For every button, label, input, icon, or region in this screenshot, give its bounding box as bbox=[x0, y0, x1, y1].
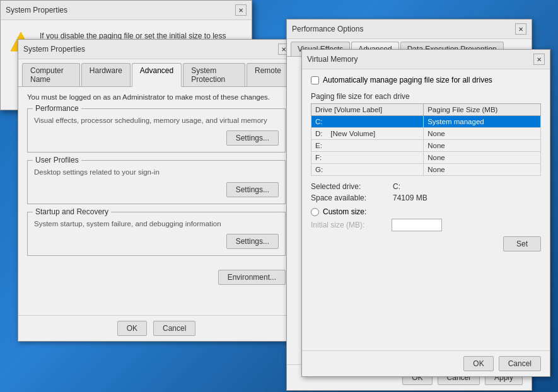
space-available-row: Space available: 74109 MB bbox=[311, 193, 541, 202]
admin-note: You must be logged on as an Administrato… bbox=[27, 93, 286, 101]
paging-size-column-header: Paging File Size (MB) bbox=[424, 104, 541, 116]
alert-titlebar: System Properties ✕ bbox=[1, 1, 252, 20]
system-properties-footer: OK Cancel bbox=[18, 315, 294, 341]
selected-drive-label: Selected drive: bbox=[311, 182, 393, 191]
table-row[interactable]: F: None bbox=[311, 152, 541, 164]
custom-size-radio[interactable] bbox=[311, 208, 319, 216]
user-profiles-settings-button[interactable]: Settings... bbox=[226, 182, 279, 197]
startup-recovery-group-label: Startup and Recovery bbox=[33, 207, 111, 216]
drive-cell: D: [New Volume] bbox=[311, 128, 424, 140]
tab-system-protection[interactable]: System Protection bbox=[183, 63, 245, 86]
startup-recovery-settings-button[interactable]: Settings... bbox=[226, 234, 279, 249]
auto-manage-row: Automatically manage paging file size fo… bbox=[311, 76, 541, 84]
system-properties-titlebar: System Properties ✕ bbox=[18, 40, 294, 59]
virtual-memory-footer: OK Cancel bbox=[302, 350, 550, 376]
system-properties-content: You must be logged on as an Administrato… bbox=[18, 87, 294, 270]
space-available-value: 74109 MB bbox=[393, 193, 427, 202]
tab-remote[interactable]: Remote bbox=[247, 63, 289, 86]
performance-settings-button[interactable]: Settings... bbox=[226, 130, 279, 146]
paging-size-cell: None bbox=[424, 128, 541, 140]
user-profiles-group: User Profiles Desktop settings related t… bbox=[27, 160, 286, 204]
perf-options-titlebar: Performance Options ✕ bbox=[287, 20, 532, 39]
alert-title: System Properties bbox=[6, 6, 67, 14]
paging-size-cell: None bbox=[424, 164, 541, 176]
performance-group-label: Performance bbox=[33, 104, 81, 113]
system-properties-cancel-button[interactable]: Cancel bbox=[153, 321, 195, 336]
drive-cell: G: bbox=[311, 164, 424, 176]
auto-manage-checkbox[interactable] bbox=[311, 76, 319, 84]
tab-hardware[interactable]: Hardware bbox=[81, 63, 131, 86]
table-row[interactable]: G: None bbox=[311, 164, 541, 176]
alert-close-button[interactable]: ✕ bbox=[235, 4, 247, 16]
virtual-memory-close-button[interactable]: ✕ bbox=[533, 54, 545, 65]
perf-options-title: Performance Options bbox=[292, 25, 363, 33]
virtual-memory-title: Virtual Memory bbox=[307, 55, 357, 64]
user-profiles-group-label: User Profiles bbox=[33, 156, 81, 164]
virtual-memory-titlebar: Virtual Memory ✕ bbox=[302, 50, 550, 69]
drive-cell: F: bbox=[311, 152, 424, 164]
table-row[interactable]: D: [New Volume] None bbox=[311, 128, 541, 140]
system-properties-title: System Properties bbox=[23, 45, 85, 54]
drives-table: Drive [Volume Label] Paging File Size (M… bbox=[311, 103, 541, 176]
virtual-memory-content: Automatically manage paging file size fo… bbox=[302, 69, 550, 258]
virtual-memory-window: Virtual Memory ✕ Automatically manage pa… bbox=[301, 49, 550, 377]
auto-manage-label: Automatically manage paging file size fo… bbox=[323, 76, 492, 84]
selected-drive-value: C: bbox=[393, 182, 400, 191]
environment-button[interactable]: Environment... bbox=[218, 270, 286, 285]
virtual-memory-ok-button[interactable]: OK bbox=[463, 356, 493, 371]
tab-advanced[interactable]: Advanced bbox=[132, 63, 182, 87]
virtual-memory-cancel-button[interactable]: Cancel bbox=[499, 356, 541, 371]
startup-recovery-group-text: System startup, system failure, and debu… bbox=[34, 220, 279, 228]
paging-size-cell: None bbox=[424, 152, 541, 164]
drive-cell: C: bbox=[311, 116, 424, 128]
initial-size-input[interactable] bbox=[392, 219, 442, 231]
custom-size-row: Custom size: bbox=[311, 207, 541, 216]
initial-size-label: Initial size (MB): bbox=[311, 221, 387, 229]
performance-group: Performance Visual effects, processor sc… bbox=[27, 108, 286, 153]
initial-size-row: Initial size (MB): bbox=[311, 219, 541, 231]
performance-group-text: Visual effects, processor scheduling, me… bbox=[34, 117, 279, 124]
drive-column-header: Drive [Volume Label] bbox=[311, 104, 424, 116]
custom-size-label: Custom size: bbox=[323, 207, 366, 216]
selected-drive-row: Selected drive: C: bbox=[311, 182, 541, 191]
system-properties-tabs: Computer Name Hardware Advanced System P… bbox=[18, 59, 294, 87]
environment-row: Environment... bbox=[18, 270, 294, 285]
system-properties-window: System Properties ✕ Computer Name Hardwa… bbox=[18, 39, 295, 342]
perf-options-close-button[interactable]: ✕ bbox=[515, 23, 526, 35]
drive-cell: E: bbox=[311, 140, 424, 152]
space-available-label: Space available: bbox=[311, 193, 393, 202]
startup-recovery-group: Startup and Recovery System startup, sys… bbox=[27, 212, 286, 256]
system-properties-ok-button[interactable]: OK bbox=[117, 321, 147, 336]
tab-computer-name[interactable]: Computer Name bbox=[22, 63, 80, 86]
paging-size-cell: System managed bbox=[424, 116, 541, 128]
paging-file-section-label: Paging file size for each drive bbox=[311, 92, 541, 101]
table-row[interactable]: E: None bbox=[311, 140, 541, 152]
table-row[interactable]: C: System managed bbox=[311, 116, 541, 128]
paging-size-cell: None bbox=[424, 140, 541, 152]
set-button[interactable]: Set bbox=[503, 236, 541, 251]
user-profiles-group-text: Desktop settings related to your sign-in bbox=[34, 168, 279, 176]
